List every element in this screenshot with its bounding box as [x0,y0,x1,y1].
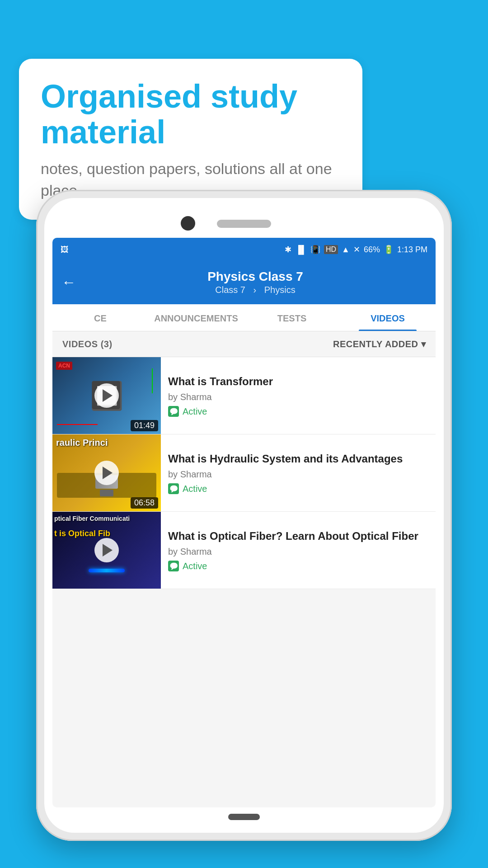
video-count-label: VIDEOS (3) [62,339,113,349]
play-triangle-1 [103,389,113,402]
status-text-1: Active [183,406,207,417]
phone-frame: 🖼 ✱ ▐▌ 📳 HD ▲ ✕ 66% 🔋 1:13 PM ← [36,190,452,841]
app-bar-title: Physics Class 7 [207,269,303,284]
photo-icon: 🖼 [61,245,69,255]
video-thumbnail-2: raulic Princi 06:58 [52,434,161,511]
app-bar-subtitle: Class 7 › Physics [212,285,298,295]
bluetooth-icon: ✱ [285,245,291,255]
vibrate-icon: 📳 [310,245,320,255]
video-item[interactable]: ACN 🔲 01:49 What is Transformer by [52,357,436,434]
battery-text: 66% [364,245,380,255]
video-item-3[interactable]: ptical Fiber Communicati t is Optical Fi… [52,512,436,589]
video-title-1: What is Transformer [168,374,428,388]
sort-button[interactable]: RECENTLY ADDED ▾ [333,339,426,349]
video-info-2: What is Hydraulic System and its Advanta… [161,434,436,511]
duration-badge-1: 01:49 [131,420,158,431]
fiber-line [89,569,125,572]
video-status-3: Active [168,561,428,571]
app-bar: ← Physics Class 7 Class 7 › Physics [52,261,436,304]
green-wire [152,368,153,393]
phone-home [228,814,260,820]
red-wire [57,424,98,425]
fiber-visual [57,561,156,580]
tab-tests[interactable]: TESTS [244,304,340,331]
chat-icon-3 [168,561,179,571]
speech-bubble-heading: Organised study material [41,79,341,150]
play-button-3[interactable] [94,538,119,562]
video-thumbnail-1: ACN 🔲 01:49 [52,357,161,434]
video-info-1: What is Transformer by Sharma Active [161,357,436,434]
status-right: ✱ ▐▌ 📳 HD ▲ ✕ 66% 🔋 1:13 PM [285,245,427,255]
video-author-3: by Sharma [168,547,428,557]
video-list: ACN 🔲 01:49 What is Transformer by [52,357,436,589]
phone-inner: 🖼 ✱ ▐▌ 📳 HD ▲ ✕ 66% 🔋 1:13 PM ← [44,198,444,833]
thumb-overlay-text-3: ptical Fiber Communicati [54,514,159,523]
subtitle-subject: Physics [264,285,296,295]
phone-camera [181,216,195,231]
chat-icon-2 [168,483,179,494]
signal-icon: ▐▌ [295,245,307,255]
sort-chevron-icon: ▾ [421,339,426,349]
tab-ce[interactable]: CE [52,304,148,331]
status-left: 🖼 [61,245,69,255]
acn-badge: ACN [56,362,72,370]
video-title-3: What is Optical Fiber? Learn About Optic… [168,529,428,543]
thumb-overlay-text-3b: t is Optical Fib [54,529,159,538]
thumb-bg-3: ptical Fiber Communicati t is Optical Fi… [52,512,161,589]
status-text-3: Active [183,561,207,571]
subtitle-sep: › [253,285,259,295]
subtitle-class: Class 7 [215,285,245,295]
tab-bar: CE ANNOUNCEMENTS TESTS VIDEOS [52,304,436,331]
app-bar-title-group: Physics Class 7 Class 7 › Physics [84,269,427,295]
chat-icon-1 [168,406,179,417]
video-status-1: Active [168,406,428,417]
screen: 🖼 ✱ ▐▌ 📳 HD ▲ ✕ 66% 🔋 1:13 PM ← [52,238,436,807]
play-triangle-2 [103,467,113,479]
thumb-overlay-text-2: raulic Princi [54,437,159,448]
video-info-3: What is Optical Fiber? Learn About Optic… [161,512,436,589]
sort-label: RECENTLY ADDED [333,339,418,349]
thumb-bg-2: raulic Princi 06:58 [52,434,161,511]
battery-icon: 🔋 [384,245,394,255]
list-header: VIDEOS (3) RECENTLY ADDED ▾ [52,331,436,357]
play-triangle-3 [103,544,113,557]
wifi-icon: ▲ [342,245,350,255]
phone-speaker [217,220,271,228]
video-status-2: Active [168,483,428,494]
duration-badge-2: 06:58 [131,497,158,509]
thumb-bg-1: ACN 🔲 01:49 [52,357,161,434]
video-thumbnail-3: ptical Fiber Communicati t is Optical Fi… [52,512,161,589]
video-title-2: What is Hydraulic System and its Advanta… [168,452,428,466]
hd-badge: HD [324,245,338,254]
pipe-2 [100,490,113,496]
mobile-data-icon: ✕ [353,245,360,255]
play-button-2[interactable] [94,461,119,485]
video-author-1: by Sharma [168,392,428,402]
play-button-1[interactable] [94,383,119,408]
time-display: 1:13 PM [397,245,427,255]
status-text-2: Active [183,484,207,494]
status-bar: 🖼 ✱ ▐▌ 📳 HD ▲ ✕ 66% 🔋 1:13 PM [52,238,436,261]
tab-videos[interactable]: VIDEOS [340,304,436,331]
tab-announcements[interactable]: ANNOUNCEMENTS [148,304,244,331]
back-button[interactable]: ← [61,274,76,291]
video-item-2[interactable]: raulic Princi 06:58 What is [52,434,436,512]
video-author-2: by Sharma [168,469,428,480]
